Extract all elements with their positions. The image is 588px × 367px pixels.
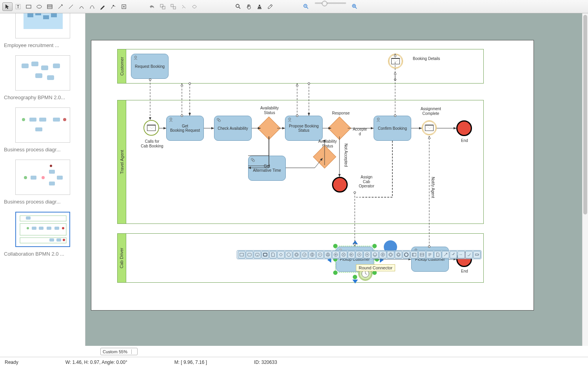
pal-page[interactable] (434, 251, 441, 258)
tool-curve[interactable] (76, 2, 87, 11)
pal-conn-d[interactable] (457, 251, 465, 258)
svg-point-9 (113, 5, 114, 6)
tool-ellipse[interactable] (34, 2, 44, 11)
pal-conn-l[interactable] (442, 251, 449, 258)
svg-rect-14 (171, 4, 173, 7)
svg-rect-2 (26, 5, 31, 8)
quick-shape-palette[interactable]: ~ (237, 250, 481, 259)
svg-rect-36 (53, 64, 60, 68)
event-assignment-complete[interactable] (422, 120, 437, 135)
group-button[interactable] (158, 2, 168, 11)
split-button[interactable] (179, 2, 189, 11)
page-thumb-1[interactable] (15, 55, 70, 91)
zoom-combo[interactable]: Custom 55% (100, 348, 138, 355)
sel-arrow-down (352, 280, 358, 283)
page-thumb-2[interactable] (15, 107, 70, 143)
pal-ev-13[interactable] (379, 251, 387, 258)
tool-table[interactable] (45, 2, 55, 11)
pal-ev-12[interactable] (371, 251, 379, 258)
zoom-out-button[interactable] (301, 2, 311, 11)
zoom-slider[interactable] (315, 2, 346, 4)
task-check-availability[interactable]: Check Availability (214, 116, 252, 141)
pal-lane[interactable] (418, 251, 426, 258)
pal-ev-15[interactable] (395, 251, 402, 258)
svg-line-23 (307, 7, 308, 9)
label-assign-complete: Assignment Complete (419, 107, 443, 116)
thumb-label-3: Business process diagr... (4, 199, 81, 205)
pal-ev-3[interactable] (301, 251, 308, 258)
zoom-in-button[interactable] (350, 2, 360, 11)
page-thumb-0[interactable] (15, 13, 70, 38)
pal-pool[interactable] (410, 251, 418, 258)
vertical-scrollbar[interactable] (582, 13, 588, 346)
task-alt-time[interactable]: Get Alternative Time (248, 156, 286, 181)
tool-reshape[interactable] (108, 2, 118, 11)
task-get-booking[interactable]: Get Booking Request (166, 116, 204, 141)
status-ready: Ready (5, 360, 18, 365)
ungroup-button[interactable] (168, 2, 178, 11)
page-thumb-4[interactable] (15, 212, 70, 247)
eyedrop-tool[interactable] (265, 2, 275, 11)
lane-label-driver: Cab Driver (120, 248, 124, 269)
zoom-tool[interactable] (233, 2, 243, 11)
tool-rect[interactable] (24, 2, 34, 11)
end-event-stop[interactable] (332, 177, 348, 193)
pan-tool[interactable] (244, 2, 254, 11)
event-booking-details[interactable] (388, 54, 403, 69)
tool-bezier[interactable] (87, 2, 97, 11)
task-propose-booking[interactable]: Propose Booking Status (285, 116, 323, 141)
pal-text[interactable] (426, 251, 434, 258)
tool-arrow[interactable] (55, 2, 65, 11)
svg-rect-34 (31, 62, 38, 66)
pal-ev-6[interactable] (324, 251, 332, 258)
svg-rect-20 (258, 8, 261, 9)
pal-call[interactable] (261, 251, 269, 258)
tool-crop[interactable] (119, 2, 129, 11)
pal-ev-16[interactable] (403, 251, 410, 258)
task-request-booking[interactable]: Request Booking (131, 54, 169, 79)
event-calls[interactable] (143, 120, 159, 136)
svg-point-66 (170, 118, 172, 120)
pal-ev-5[interactable]: ~ (316, 251, 324, 258)
svg-point-45 (24, 176, 27, 179)
undo-button[interactable] (147, 2, 157, 11)
svg-rect-48 (49, 170, 55, 174)
pal-ev-10[interactable] (356, 251, 363, 258)
pal-ev-1[interactable] (285, 251, 292, 258)
thumb-label-4: Collaboration BPMN 2.0 ... (4, 251, 81, 257)
pal-subtask[interactable] (254, 251, 261, 258)
svg-point-18 (259, 5, 260, 6)
stamp-tool[interactable] (254, 2, 265, 11)
tool-line[interactable] (66, 2, 76, 11)
svg-line-7 (58, 5, 62, 9)
tool-text[interactable]: T (13, 2, 23, 11)
tool-pen[interactable] (98, 2, 108, 11)
pal-conn-m[interactable] (465, 251, 473, 258)
pal-gateway[interactable] (277, 251, 285, 258)
label-end2: End (461, 269, 468, 274)
pal-conn-e[interactable] (473, 251, 481, 258)
pal-ev-8[interactable] (340, 251, 347, 258)
pal-ev-9[interactable] (348, 251, 355, 258)
pages-sidebar[interactable]: Employee recruitment ... Choreography BP… (0, 13, 85, 346)
pal-ev-14[interactable] (387, 251, 394, 258)
canvas-area[interactable]: Customer Request Booking Booking Details… (85, 13, 588, 346)
page-thumb-3[interactable] (15, 160, 70, 195)
end-event-1[interactable] (456, 120, 472, 136)
tool-select[interactable] (2, 2, 13, 11)
thumb-label-1: Choreography BPMN 2.0... (4, 94, 81, 100)
pool-customer[interactable]: Customer (117, 49, 484, 84)
intersect-button[interactable] (189, 2, 200, 11)
pal-ev-11[interactable] (363, 251, 371, 258)
pal-ev-7[interactable] (332, 251, 339, 258)
pal-data[interactable] (269, 251, 277, 258)
pal-ev-4[interactable] (309, 251, 316, 258)
task-confirm-booking[interactable]: Confirm Booking (374, 116, 411, 141)
pal-ev-2[interactable] (293, 251, 300, 258)
pal-task[interactable] (246, 251, 253, 258)
pal-rect[interactable] (238, 251, 245, 258)
svg-rect-62 (49, 238, 54, 242)
diagram-canvas[interactable]: Customer Request Booking Booking Details… (91, 40, 534, 311)
label-end1: End (461, 138, 468, 143)
pal-conn-r[interactable] (450, 251, 457, 258)
